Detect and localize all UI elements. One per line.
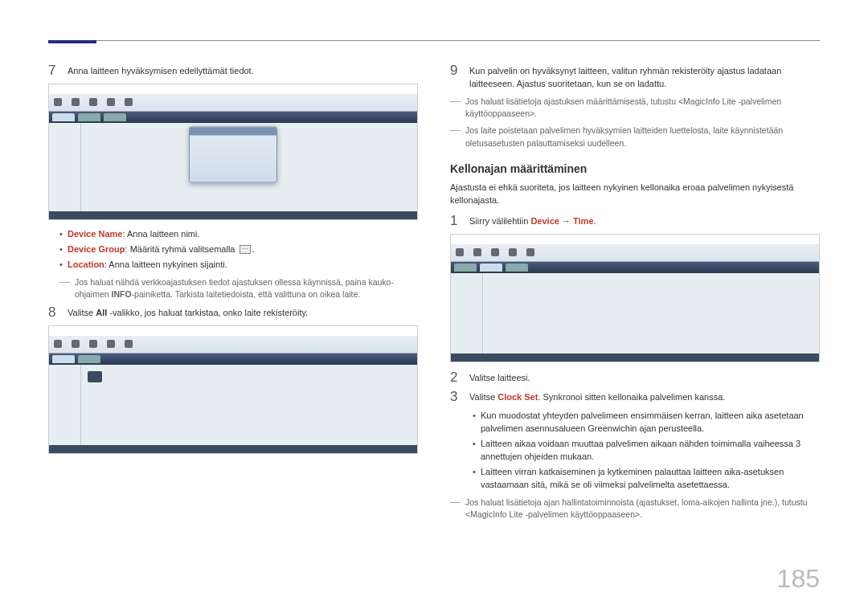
- t: Valitse: [469, 392, 497, 402]
- t2: . Synkronoi sitten kellonaika palvelimen…: [538, 392, 725, 402]
- red2: Time: [573, 216, 593, 226]
- note-text: Jos haluat lisätietoja ajan hallintatoim…: [465, 497, 820, 521]
- label: Location: [68, 260, 104, 269]
- bullet-location: Location: Anna laitteen nykyinen sijaint…: [59, 259, 418, 272]
- two-columns: 7 Anna laitteen hyväksymisen edellyttämä…: [48, 63, 820, 525]
- step-8: 8 Valitse All -valikko, jos haluat tarki…: [48, 305, 418, 321]
- bullet-device-name: Device Name: Anna laitteen nimi.: [59, 228, 418, 241]
- step-number: 9: [450, 63, 461, 91]
- t: Valitse: [68, 308, 96, 317]
- dash-icon: ―: [59, 276, 70, 300]
- step-number: 3: [450, 390, 461, 405]
- step-body: Anna laitteen hyväksymisen edellyttämät …: [68, 63, 418, 79]
- step-3: 3 Valitse Clock Set. Synkronoi sitten ke…: [450, 390, 820, 405]
- step-number: 2: [450, 370, 461, 386]
- manual-page: 7 Anna laitteen hyväksymisen edellyttämä…: [0, 0, 868, 558]
- t2: -valikko, jos haluat tarkistaa, onko lai…: [107, 308, 308, 317]
- screenshot-time-tab: [450, 234, 820, 362]
- step-number: 8: [48, 305, 59, 321]
- note-text: Jos laite poistetaan palvelimen hyväksym…: [465, 125, 820, 149]
- red1: Device: [530, 216, 559, 226]
- step-number: 7: [48, 63, 59, 79]
- screenshot-device-list: [48, 325, 418, 454]
- dash-icon: ―: [450, 96, 461, 120]
- screenshot-approve-dialog: [48, 84, 418, 220]
- t2: -painiketta. Tarkista laitetiedoista, et…: [132, 289, 361, 299]
- bold: All: [96, 308, 107, 317]
- left-column: 7 Anna laitteen hyväksymisen edellyttämä…: [48, 63, 418, 525]
- value-b: .: [252, 244, 255, 254]
- step-body: Valitse Clock Set. Synkronoi sitten kell…: [469, 390, 820, 405]
- step-body: Valitse laitteesi.: [469, 370, 820, 386]
- step-body: Valitse All -valikko, jos haluat tarkist…: [68, 305, 418, 321]
- note-time-mgmt: ― Jos haluat lisätietoja ajan hallintato…: [450, 497, 820, 521]
- step-9: 9 Kun palvelin on hyväksynyt laitteen, v…: [450, 63, 820, 91]
- sub-bullet: Laitteen aikaa voidaan muuttaa palvelime…: [473, 438, 820, 464]
- t: Siirry välilehtiin: [469, 216, 530, 226]
- section-title: Kellonajan määrittäminen: [450, 161, 820, 177]
- section-intro: Ajastusta ei ehkä suoriteta, jos laittee…: [450, 182, 820, 207]
- note-text: Jos haluat lisätietoja ajastuksen määrit…: [465, 96, 820, 120]
- right-column: 9 Kun palvelin on hyväksynyt laitteen, v…: [450, 63, 820, 525]
- arrow: →: [559, 216, 573, 226]
- page-number: 185: [777, 560, 820, 597]
- sub-bullets: Kun muodostat yhteyden palvelimeen ensim…: [473, 410, 820, 492]
- note-text: Jos haluat nähdä verkkoajastuksen tiedot…: [75, 276, 418, 300]
- info-note: ― Jos haluat nähdä verkkoajastuksen tied…: [59, 276, 418, 300]
- dash-icon: ―: [450, 125, 461, 149]
- red: Clock Set: [497, 392, 538, 402]
- step-1: 1 Siirry välilehtiin Device → Time.: [450, 214, 820, 229]
- sub-bullet: Kun muodostat yhteyden palvelimeen ensim…: [473, 410, 820, 435]
- value: : Anna laitteen nimi.: [123, 229, 200, 239]
- bold: INFO: [112, 289, 132, 299]
- note-more-info: ― Jos haluat lisätietoja ajastuksen määr…: [450, 96, 820, 120]
- step-7: 7 Anna laitteen hyväksymisen edellyttämä…: [48, 63, 418, 79]
- bullet-device-group: Device Group: Määritä ryhmä valitsemalla…: [59, 243, 418, 256]
- header-rule: [48, 40, 820, 41]
- t2: .: [594, 216, 596, 226]
- note-remove-device: ― Jos laite poistetaan palvelimen hyväks…: [450, 125, 820, 149]
- value: : Anna laitteen nykyinen sijainti.: [104, 260, 227, 269]
- sub-bullet: Laitteen virran katkaiseminen ja kytkemi…: [473, 466, 820, 492]
- field-list: Device Name: Anna laitteen nimi. Device …: [59, 228, 418, 272]
- label: Device Group: [68, 244, 125, 254]
- dash-icon: ―: [450, 497, 461, 521]
- step-2: 2 Valitse laitteesi.: [450, 370, 820, 386]
- step-body: Siirry välilehtiin Device → Time.: [469, 214, 820, 229]
- step-body: Kun palvelin on hyväksynyt laitteen, val…: [469, 63, 820, 91]
- step-number: 1: [450, 214, 461, 229]
- accent-bar: [48, 40, 96, 43]
- label: Device Name: [68, 229, 123, 239]
- ellipsis-icon: [240, 245, 251, 254]
- value-a: : Määritä ryhmä valitsemalla: [125, 244, 238, 254]
